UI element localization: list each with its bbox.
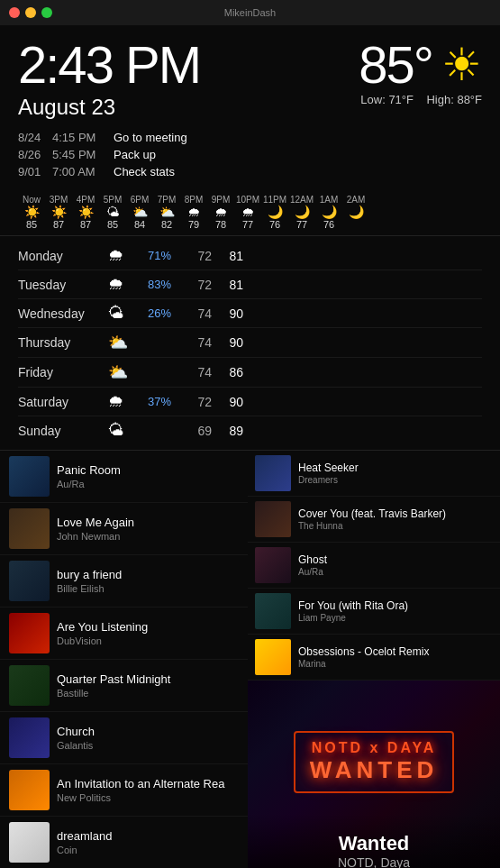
close-button[interactable] [9,7,20,18]
hourly-icon: ☀️ [18,205,45,219]
album-art [9,456,50,497]
daily-icon: 🌧 [108,246,135,265]
song-info: Love Me Again John Newman [57,516,239,542]
daily-precip: — [135,424,180,437]
hourly-temp: 85 [99,219,126,230]
daily-high: 86 [212,365,243,379]
title-bar: MikeinDash [0,0,500,25]
song-artist: Galantis [57,740,239,751]
daily-high: 90 [212,306,243,321]
daily-precip: 71% [135,249,180,262]
daily-day: Tuesday [18,278,108,292]
song-info-right: Heat Seeker Dreamers [298,461,493,485]
hourly-icon: 🌧 [207,205,234,219]
hourly-icon: 🌧 [234,205,261,219]
daily-high: 90 [212,395,243,409]
song-title: bury a friend [57,568,239,581]
hourly-label: 12AM [288,195,315,205]
song-item-right[interactable]: Cover You (feat. Travis Barker) The Hunn… [248,497,500,543]
song-item-right[interactable]: Obsessions - Ocelot Remix Marina [248,635,500,681]
song-artist: Bastille [57,688,239,699]
song-info-right: Ghost Au/Ra [298,553,493,577]
hourly-temp: 82 [153,219,180,230]
song-artist-right: The Hunna [298,521,493,531]
daily-forecast: Monday 🌧 71% 72 81 Tuesday 🌧 83% 72 81 W… [0,236,500,451]
hourly-label: 7PM [153,195,180,205]
event-item: 8/24 4:15 PM Go to meeting [18,131,275,144]
album-art [9,613,50,653]
daily-high: 81 [212,278,243,292]
song-info: bury a friend Billie Eilish [57,568,239,594]
song-info: An Invitation to an Alternate Rea New Po… [57,777,239,803]
weather-low: Low: 71°F [360,93,414,106]
album-art [9,770,50,810]
temperature-display: 85° [359,39,432,91]
song-item[interactable]: Panic Room Au/Ra [0,451,248,503]
song-info-right: Obsessions - Ocelot Remix Marina [298,645,493,669]
hourly-label: 11PM [261,195,288,205]
event-name: Check stats [114,165,175,178]
daily-day: Friday [18,365,108,379]
music-right: Heat Seeker Dreamers Cover You (feat. Tr… [248,451,500,868]
hourly-icon: ☀️ [72,205,99,219]
song-item-right[interactable]: For You (with Rita Ora) Liam Payne [248,589,500,635]
song-title: Quarter Past Midnight [57,672,239,686]
hourly-temps: 858787858482797877767776 [18,219,482,230]
weather-high: High: 88°F [426,93,482,106]
song-info: Quarter Past Midnight Bastille [57,672,239,699]
daily-row: Tuesday 🌧 83% 72 81 [18,270,482,299]
song-artist: John Newman [57,531,239,542]
song-item[interactable]: Love Me Again John Newman [0,503,248,555]
hourly-section: Now3PM4PM5PM6PM7PM8PM9PM10PM11PM12AM1AM2… [0,191,500,236]
time-display: 2:43 PM [18,39,275,91]
song-item[interactable]: bury a friend Billie Eilish [0,555,248,608]
song-item[interactable]: dreamland Coin [0,817,248,868]
daily-precip: — [135,336,180,350]
daily-low: 74 [180,365,212,379]
song-info: Church Galantis [57,725,239,751]
event-date: 8/26 [18,148,45,161]
maximize-button[interactable] [41,7,52,18]
song-artist: Coin [57,845,239,855]
songs-right: Heat Seeker Dreamers Cover You (feat. Tr… [248,451,500,681]
song-info-right: For You (with Rita Ora) Liam Payne [298,599,493,623]
hourly-icon: 🌙 [288,205,315,219]
song-title-right: Heat Seeker [298,461,493,474]
daily-day: Wednesday [18,306,108,321]
neon-wanted: WANTED [310,756,439,784]
album-art-sm [255,639,291,675]
daily-icon: 🌧 [108,275,135,294]
traffic-lights [9,7,52,18]
hourly-temp: 76 [315,219,342,230]
song-title-right: For You (with Rita Ora) [298,599,493,612]
daily-icon: ⛅ [108,362,135,382]
song-artist-right: Marina [298,659,493,669]
daily-high: 81 [212,249,243,263]
event-item: 9/01 7:00 AM Check stats [18,165,275,178]
daily-row: Friday ⛅ — 74 86 [18,358,482,388]
song-info: dreamland Coin [57,829,239,855]
hourly-icon: ☀️ [45,205,72,219]
hourly-icon: 🌤 [99,205,126,219]
neon-line1: NOTD x DAYA [310,740,439,756]
hourly-temp: 87 [45,219,72,230]
song-item[interactable]: Church Galantis [0,712,248,764]
daily-high: 90 [212,335,243,350]
daily-row: Sunday 🌤 — 69 89 [18,416,482,444]
event-time: 5:45 PM [52,148,106,161]
song-item[interactable]: An Invitation to an Alternate Rea New Po… [0,764,248,817]
song-item-right[interactable]: Ghost Au/Ra [248,543,500,589]
song-item-right[interactable]: Heat Seeker Dreamers [248,451,500,497]
song-title: An Invitation to an Alternate Rea [57,777,239,790]
daily-high: 89 [212,424,243,438]
minimize-button[interactable] [25,7,36,18]
event-date: 9/01 [18,165,45,178]
album-art-sm [255,547,291,583]
song-item[interactable]: Quarter Past Midnight Bastille [0,660,248,712]
now-playing-title: Wanted [261,832,486,855]
album-art [9,717,50,758]
hourly-label: 6PM [126,195,153,205]
daily-day: Sunday [18,424,108,438]
song-item[interactable]: Are You Listening DubVision [0,608,248,660]
song-artist: New Politics [57,792,239,803]
